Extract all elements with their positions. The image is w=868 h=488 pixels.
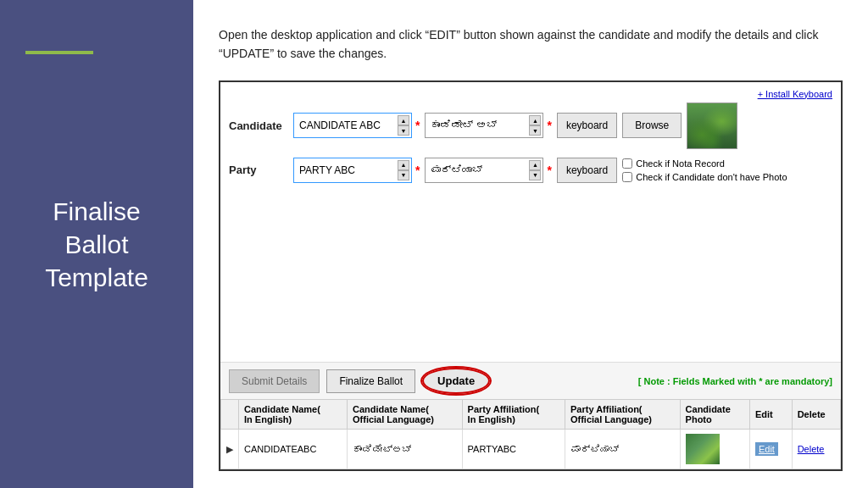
row-edit-cell[interactable]: Edit: [749, 430, 792, 469]
party-spinner-down[interactable]: ▼: [398, 170, 409, 180]
candidate-name-en-field[interactable]: [299, 119, 392, 131]
candidate-native-group: ▲ ▼ *: [425, 113, 551, 138]
candidate-spinner: ▲ ▼: [398, 115, 409, 136]
col-party-native: Party Affiliation(Official Language): [565, 400, 680, 430]
spinner-up[interactable]: ▲: [398, 115, 409, 125]
party-keyboard-button[interactable]: keyboard: [557, 158, 617, 183]
party-row: Party ▲ ▼ * ▲: [229, 158, 832, 183]
party-native-spinner-down[interactable]: ▼: [529, 170, 541, 180]
table-photo-image: [686, 434, 720, 464]
sidebar-title: FinaliseBallotTemplate: [45, 195, 148, 294]
party-required-mark: *: [415, 164, 420, 177]
candidate-name-native-input[interactable]: ▲ ▼: [425, 113, 543, 138]
candidate-native-required-mark: *: [547, 119, 551, 132]
candidate-native-spinner: ▲ ▼: [529, 115, 541, 136]
candidate-required-mark: *: [415, 119, 420, 132]
browse-button[interactable]: Browse: [622, 113, 682, 138]
photo-leaves-decoration: [687, 103, 737, 148]
table-header: Candidate Name(In English) Candidate Nam…: [221, 400, 841, 430]
nota-checkbox-row: Check if Nota Record: [622, 158, 787, 169]
party-spinner: ▲ ▼: [398, 160, 409, 180]
col-photo: CandidatePhoto: [680, 400, 749, 430]
row-party-en: PARTYABC: [462, 430, 565, 469]
table-body: ▶ CANDIDATEABC ಕಾಂಡಿಡೇಟ್ಅಬ್ PARTYABC ಪಾರ…: [221, 430, 841, 469]
no-photo-checkbox[interactable]: [622, 172, 632, 182]
row-arrow: ▶: [221, 430, 239, 469]
col-edit: Edit: [749, 400, 792, 430]
instruction-text: Open the desktop application and click “…: [219, 25, 843, 64]
row-name-en: CANDIDATEABC: [239, 430, 348, 469]
action-row: Submit Details Finalize Ballot Update [ …: [220, 362, 841, 399]
party-spinner-up[interactable]: ▲: [398, 160, 409, 170]
col-name-en: Candidate Name(In English): [239, 400, 348, 430]
submit-button: Submit Details: [229, 369, 320, 393]
candidate-photo: [687, 103, 737, 149]
edit-link[interactable]: Edit: [755, 442, 778, 456]
candidates-table: Candidate Name(In English) Candidate Nam…: [220, 399, 841, 469]
install-keyboard-row: + Install Keyboard: [229, 89, 832, 99]
checkboxes-area: Check if Nota Record Check if Candidate …: [622, 158, 787, 182]
no-photo-checkbox-row: Check if Candidate don't have Photo: [622, 172, 787, 182]
main-content: Open the desktop application and click “…: [193, 0, 868, 488]
sidebar: FinaliseBallotTemplate: [0, 0, 193, 488]
row-delete-cell[interactable]: Delete: [792, 430, 840, 469]
party-native-required-mark: *: [547, 164, 551, 177]
party-name-native-input[interactable]: ▲ ▼: [425, 158, 543, 183]
candidate-en-group: ▲ ▼ *: [293, 113, 420, 138]
mandatory-note: [ Note : Fields Marked with * are mandat…: [638, 376, 832, 386]
candidate-label: Candidate: [229, 119, 288, 132]
no-photo-label: Check if Candidate don't have Photo: [636, 172, 787, 182]
party-name-native-field[interactable]: [431, 164, 524, 176]
party-name-en-field[interactable]: [299, 164, 392, 176]
candidate-name-en-input[interactable]: ▲ ▼: [293, 113, 412, 138]
row-name-native: ಕಾಂಡಿಡೇಟ್ಅಬ್: [348, 430, 463, 469]
table-row: ▶ CANDIDATEABC ಕಾಂಡಿಡೇಟ್ಅಬ್ PARTYABC ಪಾರ…: [221, 430, 841, 469]
party-label: Party: [229, 164, 288, 176]
party-native-spinner-up[interactable]: ▲: [529, 160, 541, 170]
install-keyboard-link[interactable]: + Install Keyboard: [758, 89, 832, 99]
spinner-native-down[interactable]: ▼: [529, 125, 541, 136]
col-party-en: Party Affiliation(In English): [462, 400, 565, 430]
row-party-native: ಪಾರ್ಟಿಯಾಬ್: [565, 430, 680, 469]
spinner-native-up[interactable]: ▲: [529, 115, 541, 125]
candidate-name-native-field[interactable]: [431, 119, 524, 131]
col-name-native: Candidate Name(Official Language): [348, 400, 463, 430]
delete-link[interactable]: Delete: [798, 444, 825, 454]
table-wrapper: Candidate Name(In English) Candidate Nam…: [220, 399, 841, 469]
party-name-en-input[interactable]: ▲ ▼: [293, 158, 412, 183]
party-en-group: ▲ ▼ *: [293, 158, 420, 183]
sidebar-accent: [25, 51, 93, 54]
form-panel: + Install Keyboard Candidate ▲ ▼ *: [219, 80, 843, 471]
party-native-spinner: ▲ ▼: [529, 160, 541, 180]
col-arrow: [221, 400, 239, 430]
form-body: + Install Keyboard Candidate ▲ ▼ *: [220, 82, 841, 362]
col-delete: Delete: [792, 400, 840, 430]
nota-label: Check if Nota Record: [636, 158, 725, 169]
candidate-keyboard-button[interactable]: keyboard: [557, 113, 617, 138]
nota-checkbox[interactable]: [622, 158, 632, 169]
finalize-button[interactable]: Finalize Ballot: [326, 369, 415, 393]
row-photo: [680, 430, 749, 469]
spinner-down[interactable]: ▼: [398, 125, 409, 136]
candidate-row: Candidate ▲ ▼ * ▲: [229, 103, 832, 149]
update-button[interactable]: Update: [422, 368, 490, 394]
party-native-group: ▲ ▼ *: [425, 158, 551, 183]
